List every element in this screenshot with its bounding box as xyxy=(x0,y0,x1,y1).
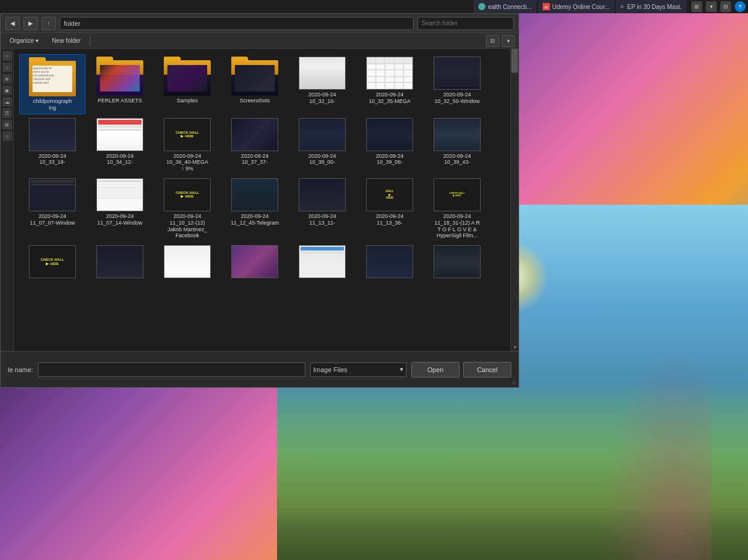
file-label: 2020-09-2410_36_40-MEGA↑ 9% xyxy=(166,153,208,172)
file-item[interactable] xyxy=(154,243,220,291)
panel-icon-7[interactable]: ⊞ xyxy=(2,120,12,129)
dropdown-icon[interactable]: ▾ xyxy=(706,1,717,12)
file-label: 2020-09-2410_32_35-MEGA xyxy=(369,92,411,105)
folder-icon xyxy=(231,57,278,96)
left-panel: ☆ ⌂ ⊕ ◉ ☁ ☰ ⊞ ☆ xyxy=(1,49,14,351)
udemy-tab-label: Udemy Online Cour... xyxy=(552,4,610,10)
open-button[interactable]: Open xyxy=(411,362,460,378)
file-item[interactable]: CHECK HALL▶ HIDE 2020-09-2411_18_31-(12)… xyxy=(424,176,490,241)
taskbar-tab-udemy[interactable]: u Udemy Online Cour... xyxy=(538,0,615,13)
cancel-button[interactable]: Cancel xyxy=(463,362,511,378)
layout-toggle-icon[interactable]: ⊞ xyxy=(691,1,702,12)
file-item[interactable] xyxy=(289,243,355,291)
file-item[interactable] xyxy=(357,243,423,291)
thumbnail xyxy=(299,118,346,151)
panel-icon-8[interactable]: ☆ xyxy=(2,131,12,141)
file-label: 2020-09-2411_12_45-Telegram xyxy=(231,213,279,226)
file-label: 2020-09-2410_38_00- xyxy=(308,153,336,166)
scrollbar[interactable]: ▲ ▼ xyxy=(510,49,519,351)
back-button[interactable]: ◀ xyxy=(5,17,20,30)
thumbnail xyxy=(96,118,143,151)
file-item[interactable]: 2020-09-2410_39_06- xyxy=(357,116,423,175)
folder-icon xyxy=(96,57,143,96)
view-toggle-button[interactable]: ⊟ xyxy=(486,35,499,47)
file-item[interactable]: 2020-09-2410_32_10- xyxy=(289,54,355,114)
new-folder-button[interactable]: New folder xyxy=(46,36,86,46)
file-item[interactable]: 2020-09-2410_32_50-Window xyxy=(424,54,490,114)
help-icon[interactable]: ? xyxy=(735,1,746,12)
thumbnail: CHECK HALL▶ HIDE xyxy=(164,118,211,151)
file-item[interactable]: CHECK HALL▶ HIDE xyxy=(19,243,86,291)
dialog-header: ◀ ▶ ↑ folder xyxy=(1,14,519,33)
thumbnail xyxy=(96,178,143,211)
dialog-bottom-bar: le name: Image Files ▾ Open Cancel xyxy=(1,351,519,387)
panel-icon-1[interactable]: ☆ xyxy=(2,51,12,61)
address-bar[interactable]: folder xyxy=(60,17,414,30)
panel-icon-6[interactable]: ☰ xyxy=(2,108,12,118)
file-item[interactable]: 2020-09-2410_34_12- xyxy=(87,116,153,175)
file-item[interactable]: 2020-09-2410_32_35-MEGA xyxy=(357,54,423,114)
filename-input[interactable] xyxy=(38,362,305,377)
forward-button[interactable]: ▶ xyxy=(23,17,38,30)
udemy-icon: u xyxy=(543,3,550,10)
file-label: 2020-09-2410_34_12- xyxy=(106,153,134,166)
file-item[interactable]: 2020-09-2410_33_18- xyxy=(19,116,86,175)
thumbnail xyxy=(299,57,346,90)
thumbnail xyxy=(299,178,346,211)
organize-button[interactable]: Organize ▾ xyxy=(4,36,44,46)
file-label: PERLER ASSETS xyxy=(98,98,142,104)
scrollbar-down-arrow[interactable]: ▼ xyxy=(511,343,519,351)
panel-icon-3[interactable]: ⊕ xyxy=(2,74,12,84)
file-item[interactable]: 2020-09-2410_38_00- xyxy=(289,116,355,175)
file-item[interactable]: PERLER ASSETS xyxy=(87,54,153,114)
file-item[interactable]: opportunity toment any toant noticed and… xyxy=(19,54,86,114)
file-item[interactable]: Samples xyxy=(154,54,220,114)
file-grid: opportunity toment any toant noticed and… xyxy=(14,49,510,351)
file-label: 2020-09-2411_07_14-Window xyxy=(97,213,142,226)
view-dropdown-button[interactable]: ▾ xyxy=(502,35,515,47)
thumbnail xyxy=(434,118,481,151)
file-item[interactable] xyxy=(87,243,153,291)
file-item[interactable]: CHECK HALL▶ HIDE 2020-09-2411_10_12-(12)… xyxy=(154,176,220,241)
file-item[interactable] xyxy=(424,243,490,291)
panel-icon-4[interactable]: ◉ xyxy=(2,86,12,95)
search-input[interactable] xyxy=(417,17,514,30)
file-item[interactable]: HALL▶HIDE 2020-09-2411_13_36- xyxy=(357,176,423,241)
scrollbar-thumb[interactable] xyxy=(511,49,518,73)
file-item[interactable]: 2020-09-2411_13_11- xyxy=(289,176,355,241)
file-item[interactable]: 2020-09-2410_37_37- xyxy=(222,116,288,175)
thumbnail: CHECK HALL▶ HIDE xyxy=(29,245,76,278)
grid-view-icon[interactable]: ⊟ xyxy=(720,1,731,12)
panel-icon-2[interactable]: ⌂ xyxy=(2,63,12,72)
thumbnail xyxy=(164,245,211,278)
panel-icon-5[interactable]: ☁ xyxy=(2,97,12,107)
thumbnail xyxy=(366,118,413,151)
file-item[interactable] xyxy=(222,243,288,291)
file-item[interactable]: 2020-09-2410_39_43- xyxy=(424,116,490,175)
filetype-select[interactable]: Image Files ▾ xyxy=(310,362,407,377)
file-item[interactable]: 2020-09-2411_07_07-Window xyxy=(19,176,86,241)
ep-tab-label: EP in 30 Days Mast. xyxy=(628,4,682,10)
taskbar-tab-ep[interactable]: ≡ EP in 30 Days Mast. xyxy=(616,0,687,13)
file-item[interactable]: 2020-09-2411_07_14-Window xyxy=(87,176,153,241)
file-item[interactable]: Screenshots xyxy=(222,54,288,114)
resize-handle[interactable]: ⊿ xyxy=(511,380,517,386)
file-label: childpornographing xyxy=(33,98,72,111)
file-label: 2020-09-2410_32_10- xyxy=(308,92,336,105)
file-item[interactable]: 2020-09-2411_12_45-Telegram xyxy=(222,176,288,241)
filetype-dropdown-icon: ▾ xyxy=(400,366,404,373)
file-label: 2020-09-2410_32_50-Window xyxy=(434,92,479,105)
folder-icon: opportunity toment any toant noticed and… xyxy=(29,57,76,96)
up-button[interactable]: ↑ xyxy=(42,17,56,30)
file-label: Screenshots xyxy=(240,98,270,104)
taskbar-tab-health[interactable]: ealth Connecti... xyxy=(473,0,536,13)
thumbnail xyxy=(29,118,76,151)
thumbnail xyxy=(366,57,413,90)
thumbnail xyxy=(366,245,413,278)
file-open-dialog: ◀ ▶ ↑ folder Organize ▾ New folder ⊟ ▾ ☆… xyxy=(0,13,519,388)
filetype-label: Image Files xyxy=(313,366,348,373)
file-label: 2020-09-2410_39_06- xyxy=(376,153,404,166)
thumbnail xyxy=(96,245,143,278)
thumbnail: CHECK HALL▶ HIDE xyxy=(164,178,211,211)
file-item[interactable]: CHECK HALL▶ HIDE 2020-09-2410_36_40-MEGA… xyxy=(154,116,220,175)
